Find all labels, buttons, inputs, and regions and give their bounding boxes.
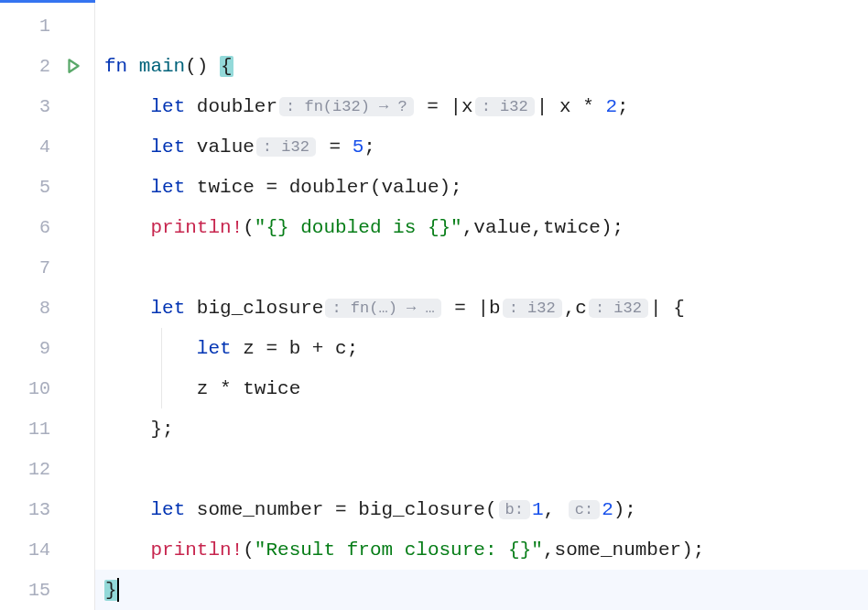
line-number[interactable]: 7 (0, 247, 94, 288)
code-line[interactable]: let some_number = big_closure(b: 1, c: 2… (95, 489, 868, 529)
call: doubler (289, 177, 370, 198)
line-number[interactable]: 4 (0, 126, 94, 167)
code-line[interactable]: let doubler: fn(i32) → ? = |x: i32| x * … (95, 86, 868, 126)
keyword: fn (104, 56, 139, 77)
args: (value); (370, 177, 462, 198)
tab-active-indicator (0, 0, 95, 3)
semicolon: ; (363, 136, 375, 158)
keyword: let (150, 298, 196, 319)
run-icon[interactable] (65, 58, 81, 74)
line-number[interactable]: 11 (0, 408, 94, 449)
line-number[interactable]: 3 (0, 86, 94, 126)
indent (104, 539, 150, 561)
line-number[interactable]: 9 (0, 328, 94, 368)
identifier: doubler (197, 96, 277, 117)
call: big_closure (358, 499, 485, 520)
paren-open: ( (243, 217, 255, 238)
type-hint: : i32 (589, 299, 648, 318)
line-number[interactable]: 15 (0, 570, 94, 610)
line-number[interactable]: 13 (0, 489, 94, 529)
punct: = (323, 499, 358, 520)
identifier: value (197, 136, 255, 158)
number-literal: 2 (602, 499, 613, 520)
code-line[interactable]: fn main() { (95, 46, 868, 86)
identifier: z (243, 338, 255, 359)
line-number[interactable]: 10 (0, 368, 94, 408)
indent (104, 177, 150, 198)
keyword: let (150, 177, 196, 198)
keyword: let (150, 499, 196, 520)
code-line[interactable]: println!("Result from closure: {}",some_… (95, 529, 868, 570)
keyword: let (197, 338, 243, 359)
expr: z * twice (197, 378, 300, 399)
param: b (489, 298, 501, 319)
code-line[interactable]: let twice = doubler(value); (95, 167, 868, 207)
punct: | { (650, 298, 685, 319)
code-line[interactable]: let big_closure: fn(…) → … = |b: i32,c: … (95, 288, 868, 328)
keyword: let (150, 96, 196, 117)
code-line[interactable]: z * twice (95, 368, 868, 408)
parens: () (185, 56, 208, 77)
macro: println! (150, 539, 243, 561)
indent (104, 419, 150, 440)
param: x (461, 96, 473, 117)
string-literal: "Result from closure: {}" (255, 539, 543, 561)
indent (104, 499, 150, 520)
keyword: let (150, 136, 196, 158)
line-number[interactable]: 5 (0, 167, 94, 207)
code-line[interactable] (95, 5, 868, 46)
code-editor[interactable]: 1 2 3 4 5 6 7 8 9 10 11 12 13 14 15 fn m… (0, 0, 868, 610)
indent-guide (161, 328, 162, 368)
semicolon: ; (617, 96, 629, 117)
args: ,some_number); (543, 539, 704, 561)
identifier: some_number (197, 499, 324, 520)
code-line[interactable]: println!("{} doubled is {}",value,twice)… (95, 207, 868, 247)
type-hint: : i32 (475, 97, 535, 116)
number-literal: 5 (353, 136, 364, 158)
line-number[interactable]: 6 (0, 207, 94, 247)
punct: | (537, 96, 559, 117)
type-hint: : fn(i32) → ? (279, 97, 414, 116)
code-line-current[interactable]: } (95, 570, 868, 610)
code-line[interactable]: let value: i32 = 5; (95, 126, 868, 167)
punct: = (255, 177, 289, 198)
type-hint: : i32 (503, 299, 562, 318)
indent (104, 96, 150, 117)
macro: println! (150, 217, 243, 238)
indent (104, 378, 197, 399)
line-number[interactable]: 8 (0, 288, 94, 328)
number-literal: 2 (605, 96, 617, 117)
paren-close: ); (613, 499, 636, 520)
punct: = | (443, 298, 489, 319)
indent (104, 298, 150, 319)
caret (117, 578, 119, 602)
punct: = | (416, 96, 461, 117)
code-line[interactable]: }; (95, 408, 868, 449)
gutter: 1 2 3 4 5 6 7 8 9 10 11 12 13 14 15 (0, 0, 95, 610)
param: c (575, 298, 587, 319)
number-literal: 1 (532, 499, 544, 520)
type-hint: : i32 (256, 137, 316, 157)
line-number[interactable]: 12 (0, 449, 94, 489)
line-number[interactable]: 1 (0, 5, 94, 46)
code-line[interactable] (95, 247, 868, 288)
code-line[interactable] (95, 449, 868, 489)
code-line[interactable]: let z = b + c; (95, 328, 868, 368)
identifier: twice (197, 177, 255, 198)
line-number[interactable]: 14 (0, 529, 94, 570)
identifier: x (559, 96, 571, 117)
line-number[interactable]: 2 (0, 46, 94, 86)
indent (104, 217, 150, 238)
paren-open: ( (485, 499, 497, 520)
comma: , (544, 499, 567, 520)
indent (104, 338, 197, 359)
comma: , (564, 298, 576, 319)
function-name: main (139, 56, 185, 77)
operator: * (571, 96, 606, 117)
space (208, 56, 220, 77)
type-hint: : fn(…) → … (325, 299, 440, 318)
code-area[interactable]: fn main() { let doubler: fn(i32) → ? = |… (95, 0, 868, 610)
brace-open: { (220, 56, 233, 77)
indent (104, 136, 150, 158)
param-hint: b: (499, 500, 530, 519)
